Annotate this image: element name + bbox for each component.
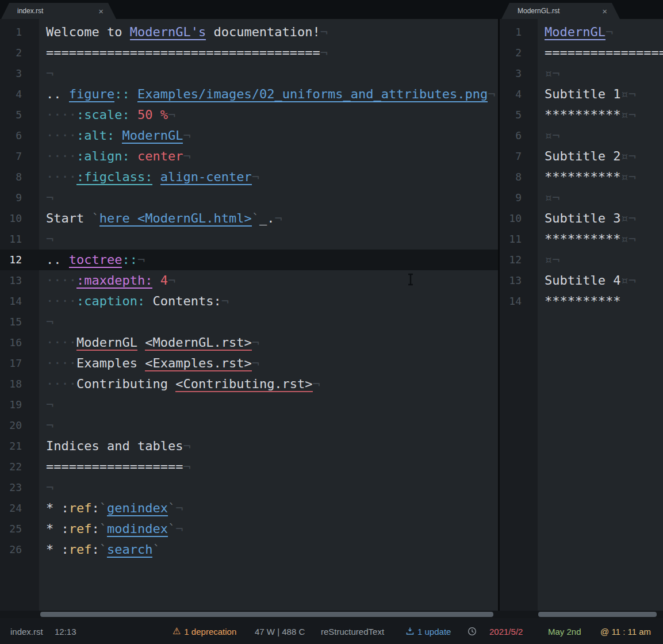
line-number[interactable]: 26 [0,539,39,560]
editor-line[interactable]: 2================ [500,43,663,63]
editor-line[interactable]: 4.. figure:: Examples/images/02_uniforms… [0,84,498,105]
editor-line[interactable]: 5····:scale: 50 %¬ [0,105,498,125]
status-bar: index.rst 12:13 ⚠ 1 deprecation 47 W | 4… [0,618,663,644]
line-number[interactable]: 10 [0,208,39,229]
line-number[interactable]: 7 [500,146,538,167]
code-lines: 1Welcome to ModernGL's documentation!¬2=… [0,19,498,560]
status-updates[interactable]: 1 update [406,626,451,636]
editor-line[interactable]: 6····:alt: ModernGL¬ [0,125,498,146]
editor-line[interactable]: 6¤¬ [500,125,663,146]
editor-line[interactable]: 24* :ref:`genindex`¬ [0,498,498,519]
line-number[interactable]: 1 [0,22,39,43]
line-number[interactable]: 2 [0,43,39,63]
code-text: Welcome to ModernGL's documentation!¬ [39,22,328,43]
editor-line[interactable]: 7Subtitle 2¤¬ [500,146,663,167]
line-number[interactable]: 10 [500,208,538,229]
line-number[interactable]: 2 [500,43,538,63]
line-number[interactable]: 23 [0,477,39,498]
editor-line[interactable]: 18····Contributing <Contributing.rst>¬ [0,374,498,394]
line-number[interactable]: 9 [500,187,538,208]
editor-line[interactable]: 10Subtitle 3¤¬ [500,208,663,229]
line-number[interactable]: 5 [0,105,39,125]
line-number[interactable]: 9 [0,187,39,208]
code-text: Start `here <ModernGL.html>`_.¬ [39,208,282,229]
line-number[interactable]: 16 [0,332,39,353]
editor-pane-index[interactable]: 1Welcome to ModernGL's documentation!¬2=… [0,19,498,611]
line-number[interactable]: 11 [500,229,538,250]
editor-line[interactable]: 3¬ [0,63,498,84]
code-text: ····Examples <Examples.rst>¬ [39,353,259,374]
line-number[interactable]: 3 [0,63,39,84]
editor-line[interactable]: 11¬ [0,229,498,250]
line-number[interactable]: 12 [500,250,538,270]
line-number[interactable]: 14 [0,291,39,312]
editor-line[interactable]: 21Indices and tables¬ [0,436,498,457]
line-number[interactable]: 24 [0,498,39,519]
editor-line[interactable]: 8**********¤¬ [500,167,663,187]
code-text: ¬ [39,229,53,250]
line-number[interactable]: 22 [0,457,39,477]
line-number[interactable]: 8 [500,167,538,187]
editor-line[interactable]: 9¬ [0,187,498,208]
editor-line[interactable]: 7····:align: center¬ [0,146,498,167]
status-clock [467,627,477,636]
code-text: ====================================¬ [39,43,328,63]
line-number[interactable]: 17 [0,353,39,374]
editor-line[interactable]: 12¤¬ [500,250,663,270]
editor-line[interactable]: 13····:maxdepth: 4¬ [0,270,498,291]
line-number[interactable]: 12 [0,250,39,270]
editor-line[interactable]: 17····Examples <Examples.rst>¬ [0,353,498,374]
editor-line[interactable]: 13Subtitle 4¤¬ [500,270,663,291]
editor-line[interactable]: 12.. toctree::¬ [0,250,498,270]
editor-line[interactable]: 4Subtitle 1¤¬ [500,84,663,105]
line-number[interactable]: 8 [0,167,39,187]
line-number[interactable]: 1 [500,22,538,43]
line-number[interactable]: 14 [500,291,538,312]
editor-line[interactable]: 5**********¤¬ [500,105,663,125]
editor-line[interactable]: 1ModernGL¬ [500,22,663,43]
editor-line[interactable]: 1Welcome to ModernGL's documentation!¬ [0,22,498,43]
editor-line[interactable]: 25* :ref:`modindex`¬ [0,519,498,539]
line-number[interactable]: 5 [500,105,538,125]
line-number[interactable]: 11 [0,229,39,250]
editor-line[interactable]: 10Start `here <ModernGL.html>`_.¬ [0,208,498,229]
line-number[interactable]: 25 [0,519,39,539]
line-number[interactable]: 6 [500,125,538,146]
editor-line[interactable]: 26* :ref:`search` [0,539,498,560]
line-number[interactable]: 13 [0,270,39,291]
editor-pane-moderngl[interactable]: 1ModernGL¬2================3¤¬4Subtitle … [500,19,663,611]
editor-line[interactable]: 20¬ [0,415,498,436]
tab-index-rst[interactable]: index.rst × [1,3,116,19]
editor-line[interactable]: 14********** [500,291,663,312]
editor-line[interactable]: 14····:caption: Contents:¬ [0,291,498,312]
editor-line[interactable]: 16····ModernGL <ModernGL.rst>¬ [0,332,498,353]
line-number[interactable]: 20 [0,415,39,436]
editor-line[interactable]: 23¬ [0,477,498,498]
line-number[interactable]: 21 [0,436,39,457]
line-number[interactable]: 15 [0,312,39,332]
line-number[interactable]: 19 [0,394,39,415]
status-syntax-selector[interactable]: reStructuredText [321,626,384,636]
line-number[interactable]: 4 [500,84,538,105]
editor-line[interactable]: 22==================¬ [0,457,498,477]
line-number[interactable]: 6 [0,125,39,146]
editor-line[interactable]: 11**********¤¬ [500,229,663,250]
hscrollbar-thumb-right[interactable] [538,612,657,617]
line-number[interactable]: 7 [0,146,39,167]
editor-line[interactable]: 2====================================¬ [0,43,498,63]
editor-line[interactable]: 15¬ [0,312,498,332]
line-number[interactable]: 3 [500,63,538,84]
editor-line[interactable]: 3¤¬ [500,63,663,84]
line-number[interactable]: 18 [0,374,39,394]
line-number[interactable]: 4 [0,84,39,105]
code-text: Subtitle 1¤¬ [538,84,636,105]
editor-line[interactable]: 8····:figclass: align-center¬ [0,167,498,187]
line-number[interactable]: 13 [500,270,538,291]
hscrollbar-thumb-left[interactable] [40,612,493,617]
editor-line[interactable]: 9¤¬ [500,187,663,208]
tab-moderngl-rst[interactable]: ModernGL.rst × [501,3,620,19]
close-icon[interactable]: × [602,6,607,16]
close-icon[interactable]: × [98,6,104,16]
status-deprecation[interactable]: ⚠ 1 deprecation [173,626,236,636]
editor-line[interactable]: 19¬ [0,394,498,415]
